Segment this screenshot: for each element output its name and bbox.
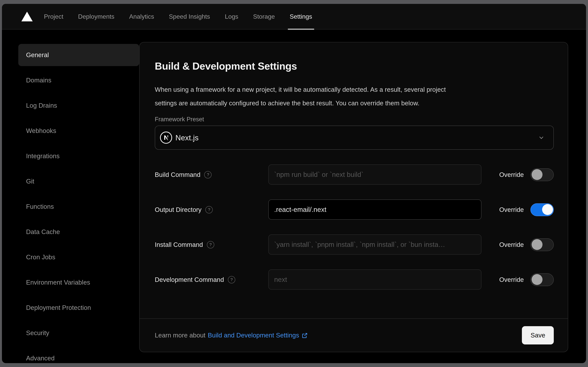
sidebar-item-integrations[interactable]: Integrations (18, 145, 139, 167)
nav-item-project[interactable]: Project (44, 4, 63, 29)
sidebar-item-environment-variables[interactable]: Environment Variables (18, 271, 139, 293)
toggle-knob (531, 274, 542, 285)
nav-items: ProjectDeploymentsAnalyticsSpeed Insight… (44, 4, 312, 29)
toggle-knob (542, 204, 553, 215)
setting-row: Build Command ? Override (155, 165, 554, 185)
development-command-input[interactable] (268, 269, 481, 290)
build-command-input[interactable] (268, 165, 481, 185)
sidebar-item-data-cache[interactable]: Data Cache (18, 221, 139, 243)
framework-preset-select[interactable]: Next.js (155, 125, 554, 150)
build-settings-link[interactable]: Build and Development Settings (208, 332, 308, 339)
sidebar-item-advanced[interactable]: Advanced (18, 347, 139, 363)
top-navigation: ProjectDeploymentsAnalyticsSpeed Insight… (2, 4, 586, 30)
sidebar-item-general[interactable]: General (18, 44, 139, 66)
settings-sidebar: GeneralDomainsLog DrainsWebhooksIntegrat… (2, 30, 139, 363)
setting-row: Output Directory ? Override (155, 200, 554, 220)
card-description-line2: settings are automatically configured to… (155, 96, 554, 110)
nav-item-analytics[interactable]: Analytics (129, 4, 154, 29)
build-settings-link-label: Build and Development Settings (208, 332, 299, 339)
screen: ProjectDeploymentsAnalyticsSpeed Insight… (0, 0, 588, 367)
card-description-line1: When using a framework for a new project… (155, 83, 554, 96)
help-circle-icon[interactable]: ? (204, 171, 212, 178)
override-label: Override (499, 171, 524, 178)
nextjs-logo-icon (160, 131, 172, 144)
framework-preset-value: Next.js (175, 133, 199, 142)
learn-more-prefix: Learn more about (155, 332, 206, 339)
card-footer: Learn more about Build and Development S… (140, 318, 568, 352)
sidebar-item-cron-jobs[interactable]: Cron Jobs (18, 246, 139, 268)
nav-item-deployments[interactable]: Deployments (78, 4, 115, 29)
setting-row: Install Command ? Override (155, 234, 554, 255)
chevron-down-icon (538, 134, 545, 141)
nav-item-storage[interactable]: Storage (253, 4, 275, 29)
build-settings-card: Build & Development Settings When using … (139, 42, 568, 352)
setting-label: Output Directory (155, 206, 202, 213)
help-circle-icon[interactable]: ? (205, 206, 213, 213)
override-toggle[interactable] (530, 168, 554, 181)
override-label: Override (499, 206, 524, 213)
sidebar-item-webhooks[interactable]: Webhooks (18, 120, 139, 142)
override-toggle[interactable] (530, 273, 554, 286)
toggle-knob (531, 169, 542, 180)
nav-item-logs[interactable]: Logs (225, 4, 238, 29)
content-area: GeneralDomainsLog DrainsWebhooksIntegrat… (2, 30, 586, 363)
main-panel: Build & Development Settings When using … (139, 30, 586, 352)
toggle-knob (531, 239, 542, 250)
learn-more-text: Learn more about Build and Development S… (155, 332, 308, 339)
sidebar-item-functions[interactable]: Functions (18, 196, 139, 218)
setting-row: Development Command ? Override (155, 269, 554, 290)
save-button[interactable]: Save (522, 326, 554, 344)
card-description: When using a framework for a new project… (155, 83, 554, 110)
external-link-icon (301, 332, 308, 338)
card-title: Build & Development Settings (155, 59, 554, 73)
help-circle-icon[interactable]: ? (207, 241, 214, 248)
sidebar-item-deployment-protection[interactable]: Deployment Protection (18, 297, 139, 319)
setting-rows: Build Command ? Override Output Director… (155, 165, 554, 290)
setting-label: Build Command (155, 171, 201, 178)
override-toggle[interactable] (530, 203, 554, 216)
setting-label: Install Command (155, 241, 203, 248)
setting-label: Development Command (155, 276, 224, 283)
install-command-input[interactable] (268, 234, 481, 255)
override-toggle[interactable] (530, 238, 554, 251)
nav-item-speed-insights[interactable]: Speed Insights (169, 4, 210, 29)
sidebar-item-security[interactable]: Security (18, 322, 139, 344)
sidebar-item-domains[interactable]: Domains (18, 69, 139, 91)
override-label: Override (499, 276, 524, 283)
nav-item-settings[interactable]: Settings (290, 4, 312, 29)
override-label: Override (499, 241, 524, 248)
app-window: ProjectDeploymentsAnalyticsSpeed Insight… (2, 4, 586, 363)
framework-preset-label: Framework Preset (155, 116, 554, 123)
vercel-triangle-icon[interactable] (21, 12, 33, 21)
sidebar-item-git[interactable]: Git (18, 170, 139, 192)
sidebar-item-log-drains[interactable]: Log Drains (18, 94, 139, 117)
output-directory-input[interactable] (268, 200, 481, 220)
help-circle-icon[interactable]: ? (228, 276, 235, 283)
